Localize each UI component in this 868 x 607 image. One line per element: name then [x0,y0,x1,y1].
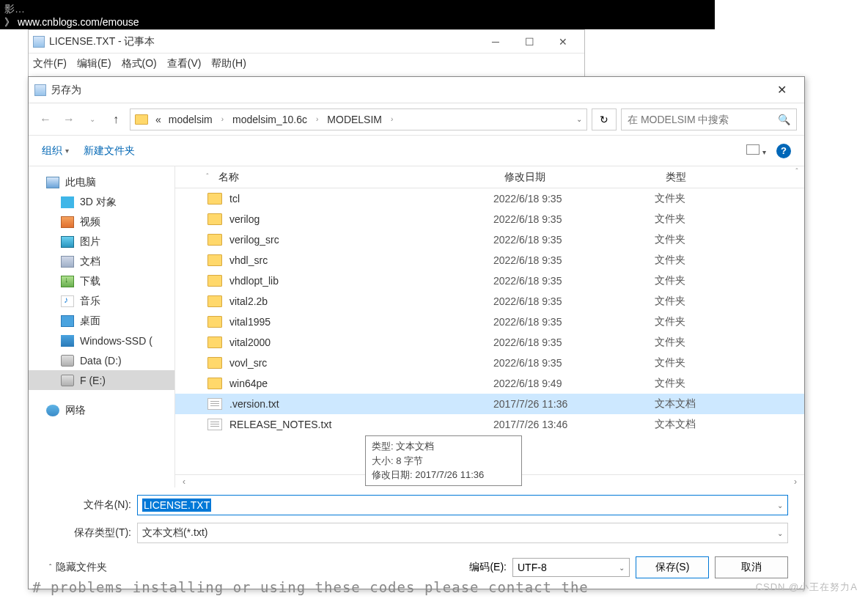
tree-item-icon [61,355,74,367]
file-tooltip: 类型: 文本文档 大小: 8 字节 修改日期: 2017/7/26 11:36 [365,435,522,486]
folder-icon [207,295,222,307]
file-name: verilog [229,213,493,225]
refresh-button[interactable]: ↻ [592,108,617,130]
file-row[interactable]: vital19952022/6/18 9:35文件夹 [175,312,804,332]
tree-item[interactable]: 桌面 [29,311,174,331]
tree-item[interactable]: Data (D:) [29,350,174,370]
menu-view[interactable]: 查看(V) [167,57,202,70]
chevron-down-icon[interactable]: ⌄ [777,501,783,509]
chevron-down-icon[interactable]: ⌄ [619,564,625,572]
notepad-titlebar[interactable]: LICENSE.TXT - 记事本 ─ ☐ ✕ [29,30,584,54]
folder-icon [207,378,222,389]
file-row[interactable]: .version.txt2017/7/26 11:36文本文档 [175,394,804,414]
breadcrumb-item[interactable]: modelsim [169,114,213,125]
tree-item[interactable]: 下载 [29,271,174,291]
nav-tree[interactable]: 此电脑3D 对象视频图片文档下载音乐桌面Windows-SSD (Data (D… [29,166,175,488]
search-icon[interactable]: 🔍 [778,114,790,125]
menu-edit[interactable]: 编辑(E) [77,57,111,70]
folder-icon [135,114,148,125]
folder-icon [207,275,222,287]
tree-item[interactable]: 图片 [29,232,174,251]
tree-item[interactable]: 此电脑 [29,172,174,192]
file-type: 文件夹 [655,295,804,308]
breadcrumb-item[interactable]: modelsim_10.6c [232,114,307,125]
help-button[interactable]: ? [776,144,791,158]
file-date: 2022/6/18 9:35 [493,295,655,307]
file-type: 文件夹 [655,377,804,390]
breadcrumb-prefix: « [155,114,161,125]
file-row[interactable]: tcl2022/6/18 9:35文件夹 [175,188,804,209]
column-type[interactable]: 类型 [666,171,804,184]
address-bar[interactable]: « modelsim › modelsim_10.6c › MODELSIM ›… [130,108,587,130]
tree-item-label: 此电脑 [65,176,96,189]
file-row[interactable]: RELEASE_NOTES.txt2017/7/26 13:46文本文档 [175,414,804,435]
file-row[interactable]: win64pe2022/6/18 9:49文件夹 [175,373,804,394]
search-box[interactable]: 🔍 [621,108,797,130]
tree-item[interactable]: F (E:) [29,370,174,390]
file-name: vital2000 [229,336,493,348]
tree-item[interactable]: 网络 [29,400,174,420]
dialog-titlebar[interactable]: 另存为 ✕ [29,77,804,103]
hide-folders-toggle[interactable]: ˆ 隐藏文件夹 [49,561,107,574]
view-button[interactable]: ▾ [746,144,766,157]
file-row[interactable]: vital2.2b2022/6/18 9:35文件夹 [175,291,804,312]
save-button[interactable]: 保存(S) [636,556,709,578]
encoding-combo[interactable]: UTF-8 ⌄ [512,558,630,577]
tree-item[interactable]: 视频 [29,212,174,232]
terminal-line: 》 www.cnblogs.com/emouse [4,16,710,29]
tree-item-label: 3D 对象 [80,196,117,209]
file-name: vhdlopt_lib [229,275,493,287]
dialog-icon [34,84,46,96]
new-folder-button[interactable]: 新建文件夹 [84,144,135,158]
file-row[interactable]: vhdl_src2022/6/18 9:35文件夹 [175,250,804,271]
tree-item-icon [61,236,74,248]
search-input[interactable] [628,114,775,125]
menu-file[interactable]: 文件(F) [33,57,67,70]
maximize-button[interactable]: ☐ [512,31,546,53]
file-date: 2022/6/18 9:35 [493,357,655,369]
recent-dropdown[interactable]: ⌄ [83,110,102,129]
file-row[interactable]: verilog2022/6/18 9:35文件夹 [175,209,804,229]
filetype-combo[interactable]: 文本文档(*.txt) ⌄ [137,523,788,543]
column-name[interactable]: 名称 [218,171,504,184]
cancel-button[interactable]: 取消 [715,556,788,578]
file-name: vital2.2b [229,295,493,307]
tree-item-label: 文档 [80,255,100,268]
file-date: 2022/6/18 9:35 [493,254,655,266]
scroll-left-icon[interactable]: ‹ [178,477,190,487]
notepad-window: LICENSE.TXT - 记事本 ─ ☐ ✕ 文件(F) 编辑(E) 格式(O… [28,29,585,81]
filename-label: 文件名(N): [73,499,137,512]
folder-icon [207,254,222,266]
scroll-up-icon[interactable]: ˆ [791,168,803,176]
breadcrumb-item[interactable]: MODELSIM [327,114,382,125]
tree-item-icon [46,177,59,188]
column-date[interactable]: 修改日期 [504,171,666,184]
chevron-down-icon[interactable]: ⌄ [777,529,783,537]
file-row[interactable]: vital20002022/6/18 9:35文件夹 [175,332,804,353]
filename-input[interactable]: LICENSE.TXT ⌄ [137,495,788,515]
watermark: CSDN @小王在努力A [756,581,858,594]
menu-format[interactable]: 格式(O) [122,57,157,70]
close-button[interactable]: ✕ [546,31,580,53]
folder-icon [207,234,222,246]
tree-item-label: 视频 [80,216,100,229]
minimize-button[interactable]: ─ [479,31,512,53]
organize-button[interactable]: 组织 ▾ [42,144,69,158]
up-button[interactable]: ↑ [106,110,125,129]
tree-item[interactable]: Windows-SSD ( [29,331,174,350]
menu-help[interactable]: 帮助(H) [211,57,246,70]
file-row[interactable]: vovl_src2022/6/18 9:35文件夹 [175,353,804,373]
tree-item[interactable]: 3D 对象 [29,192,174,212]
scroll-right-icon[interactable]: › [790,477,801,487]
file-row[interactable]: vhdlopt_lib2022/6/18 9:35文件夹 [175,271,804,291]
back-button[interactable]: ← [36,110,55,129]
file-row[interactable]: verilog_src2022/6/18 9:35文件夹 [175,229,804,250]
address-dropdown-icon[interactable]: ⌄ [576,115,582,123]
close-icon[interactable]: ✕ [765,79,798,101]
tree-item[interactable]: 文档 [29,251,174,271]
forward-button[interactable]: → [59,110,78,129]
tree-item-icon [61,375,74,386]
encoding-label: 编码(E): [469,561,507,574]
file-list[interactable]: tcl2022/6/18 9:35文件夹verilog2022/6/18 9:3… [175,188,804,474]
tree-item[interactable]: 音乐 [29,291,174,311]
